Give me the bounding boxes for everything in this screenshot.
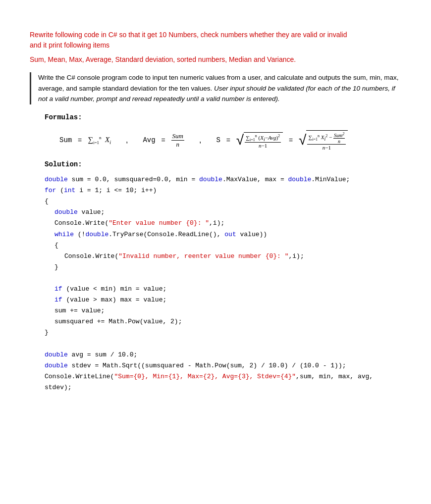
sum-formula: Sum = ∑i=1n Xi <box>59 135 111 145</box>
code-line-18: stdev); <box>45 382 401 393</box>
avg-formula: Avg = Sum n <box>143 132 184 149</box>
code-line-17: Console.WriteLine("Sum={0}, Min={1}, Max… <box>45 371 401 382</box>
s-formula: S = √ ∑i=1n (Xi−Avg)2 n−1 = √ <box>216 130 348 151</box>
formulas-label: Formulas: <box>45 113 401 121</box>
code-line-5: Console.Write("Enter value number {0}: "… <box>54 218 401 229</box>
code-line-3: { <box>45 196 401 207</box>
code-line-12: sum += value; <box>54 305 401 316</box>
description-text: Write the C# console program code to inp… <box>38 72 401 104</box>
code-line-7: { <box>54 240 401 251</box>
code-line-16: double stdev = Math.Sqrt((sumsquared - M… <box>45 360 401 371</box>
formula-row: Sum = ∑i=1n Xi , Avg = Sum n , S = √ <box>59 130 401 151</box>
question-title: Rewrite following code in C# so that it … <box>30 30 401 50</box>
formulas-section: Formulas: Sum = ∑i=1n Xi , Avg = Sum n ,… <box>45 113 401 151</box>
code-line-9: } <box>54 262 401 273</box>
code-line-6: while (!double.TryParse(Console.ReadLine… <box>54 229 401 240</box>
solution-section: Solution: double sum = 0.0, sumsquared=0… <box>45 160 401 393</box>
code-line-8: Console.Write("Invalid number, reenter v… <box>64 251 401 262</box>
solution-label: Solution: <box>45 160 401 168</box>
code-line-4: double value; <box>54 207 401 218</box>
code-line-15: double avg = sum / 10.0; <box>45 350 401 360</box>
question-subtitle: Sum, Mean, Max, Average, Standard deviat… <box>30 55 401 63</box>
code-line-11: if (value > max) max = value; <box>54 295 401 305</box>
code-line-14: } <box>45 327 401 338</box>
title-line1: Rewrite following code in C# so that it … <box>30 31 347 39</box>
code-line-13: sumsquared += Math.Pow(value, 2); <box>54 316 401 327</box>
title-line2: and it print following items <box>30 41 109 49</box>
code-line-1: double sum = 0.0, sumsquared=0.0, min = … <box>45 174 401 185</box>
code-line-2: for (int i = 1; i <= 10; i++) <box>45 185 401 196</box>
code-line-10: if (value < min) min = value; <box>54 284 401 295</box>
description-block: Write the C# console program code to inp… <box>30 72 401 104</box>
code-block: double sum = 0.0, sumsquared=0.0, min = … <box>45 174 401 393</box>
